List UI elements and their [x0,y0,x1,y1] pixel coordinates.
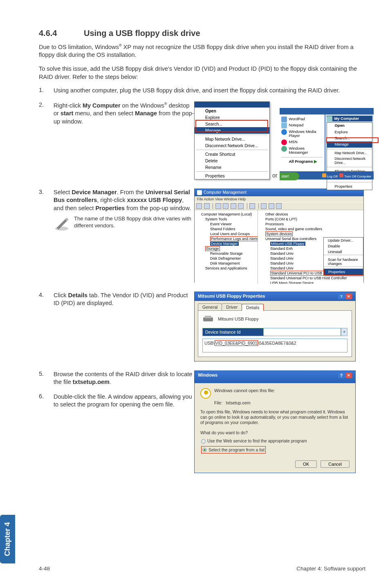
toolbar-icon[interactable] [276,203,282,209]
start-left-msn[interactable]: MSN [281,139,323,145]
toolbar-icon[interactable] [231,203,236,209]
radio-icon [201,439,206,444]
ctx-properties[interactable]: Properties [195,173,269,179]
or-label: or [272,172,277,180]
start-left-notepad[interactable]: Notepad [281,122,323,128]
det-processors[interactable]: Processors [260,222,362,227]
sub-uninstall[interactable]: Uninstall [324,249,363,255]
section-heading: 4.6.4Using a USB floppy disk drive [39,29,365,38]
tree-devmgr[interactable]: Device Manager [196,241,256,246]
close-icon[interactable]: ✕ [345,294,352,299]
compmgmt-app-icon [197,190,202,195]
start-ctx-properties[interactable]: Properties [327,184,372,189]
start-left-wordpad[interactable]: WordPad [281,116,323,122]
start-ctx-search[interactable]: Search... [327,135,372,141]
info-balloon-icon [200,388,211,399]
sub-update[interactable]: Update Driver... [324,238,363,243]
det-ports[interactable]: Ports (COM & LPT) [260,217,362,222]
step-1: 1. Using another computer, plug the USB … [39,87,365,95]
sub-scan[interactable]: Scan for hardware changes [324,257,363,267]
toolbar-back-icon[interactable] [196,203,202,209]
toolbar-fwd-icon[interactable] [204,203,210,209]
device-instance-value[interactable]: USB\VID_03EE&PID_6901\5&35EDA8E7&0&2 [202,339,347,352]
tree-storage[interactable]: Storage [196,246,256,251]
compmgmt-menubar[interactable]: File Action View Window Help [195,196,363,202]
ctx-disconnect-drive[interactable]: Disconnect Network Drive... [195,142,269,149]
compmgmt-toolbar[interactable] [195,202,363,210]
ctx-open[interactable]: Open [195,108,269,114]
ok-button[interactable]: OK [295,460,317,468]
tree-systools[interactable]: System Tools [196,217,256,222]
cancel-button[interactable]: Cancel [321,460,350,468]
tab-general[interactable]: General [198,303,222,310]
start-left-messenger[interactable]: Windows Messenger [281,146,323,156]
det-std[interactable]: Standard Universal PCI to USB Host Contr… [260,276,362,281]
section-title: Using a USB floppy disk drive [84,29,200,38]
ctx-create-shortcut[interactable]: Create Shortcut [195,151,269,157]
toolbar-icon[interactable] [249,203,255,209]
toolbar-icon[interactable] [238,203,244,209]
tree-services[interactable]: Services and Applications [196,266,256,271]
step-1-number: 1. [39,87,54,95]
toolbar-icon[interactable] [215,203,221,209]
ctx-search[interactable]: Search... [195,121,269,127]
ctx-explore[interactable]: Explore [195,114,269,121]
tree-root[interactable]: Computer Management (Local) [196,212,256,217]
help-icon[interactable]: ? [338,294,345,299]
start-ctx-explore[interactable]: Explore [327,129,372,135]
tab-details[interactable]: Details [242,304,264,311]
help-icon[interactable]: ? [338,373,345,378]
tree-removable[interactable]: Removable Storage [196,251,256,256]
sub-disable[interactable]: Disable [324,243,363,249]
start-ctx-open[interactable]: Open [327,123,372,128]
arrow-right-icon: ▶ [314,159,317,164]
ctx-manage[interactable]: Manage [195,127,269,134]
tree-defrag[interactable]: Disk Defragmenter [196,256,256,261]
tab-driver[interactable]: Driver [222,303,242,310]
sub-properties[interactable]: Properties [324,269,363,275]
det-sound[interactable]: Sound, video and game controllers [260,227,362,231]
close-icon[interactable]: ✕ [345,373,352,378]
windows-open-with-dialog: Windows ?✕ Windows cannot open this file… [194,370,356,474]
det-sysdev[interactable]: System devices [260,231,362,236]
tree-shared[interactable]: Shared Folders [196,227,256,231]
note-step3-text: The name of the USB floppy disk drive va… [74,215,194,229]
opt-select-from-list[interactable]: Select the program from a list [201,446,266,454]
ctx-map-drive[interactable]: Map Network Drive... [195,136,269,142]
step-3-text: Select Device Manager. From the Universa… [54,189,194,213]
compmgmt-tree[interactable]: Computer Management (Local) System Tools… [195,210,258,284]
start-left-wmp[interactable]: Windows Media Player [281,129,323,139]
properties-dialog: Mitsumi USB Floppy Properties ?✕ General… [194,292,356,361]
tree-users[interactable]: Local Users and Groups [196,231,256,236]
det-other[interactable]: Other devices [260,212,362,217]
note-step3: The name of the USB floppy disk drive va… [54,215,194,232]
start-my-computer[interactable]: My Computer [327,116,372,121]
combo-dropdown-icon[interactable]: ▾ [341,328,347,336]
ctx-rename[interactable]: Rename [195,164,269,171]
tree-diskmgmt[interactable]: Disk Management [196,261,256,266]
device-instance-combo[interactable]: Device Instance Id [202,328,264,336]
step-1-text: Using another computer, plug the USB flo… [54,87,365,95]
vid-pid-highlight: VID_03EE&PID_6901 [215,340,258,346]
cannot-open-msg: Windows cannot open this file: [214,388,275,393]
file-label-row: File: txtsetup.oem [214,400,350,405]
registered-mark: ® [119,43,122,47]
start-logoff-turnoff[interactable]: Log Off Turn Off Computer [322,173,372,178]
compmgmt-detail[interactable]: Other devices Ports (COM & LPT) Processo… [258,210,363,284]
start-button[interactable]: start [280,172,299,180]
floppy-device-icon [202,315,214,323]
svg-point-0 [55,227,68,231]
start-all-programs[interactable]: All Programs ▶ [281,159,323,164]
det-mass[interactable]: USB Mass Storage Device [260,281,362,284]
opt-web-service[interactable]: Use the Web service to find the appropri… [201,438,350,444]
tree-perf[interactable]: Performance Logs and Alerts [196,236,256,241]
start-ctx-disconnect[interactable]: Disconnect Network Drive... [327,156,372,166]
toolbar-icon[interactable] [269,203,274,209]
start-ctx-map[interactable]: Map Network Drive... [327,150,372,156]
ctx-delete[interactable]: Delete [195,157,269,164]
toolbar-icon[interactable] [223,203,229,209]
context-menu-screenshot: Open Explore Search... Manage Map Networ… [194,101,270,180]
start-ctx-manage[interactable]: Manage [327,141,372,147]
toolbar-icon[interactable] [261,203,267,209]
tree-eventviewer[interactable]: Event Viewer [196,222,256,227]
